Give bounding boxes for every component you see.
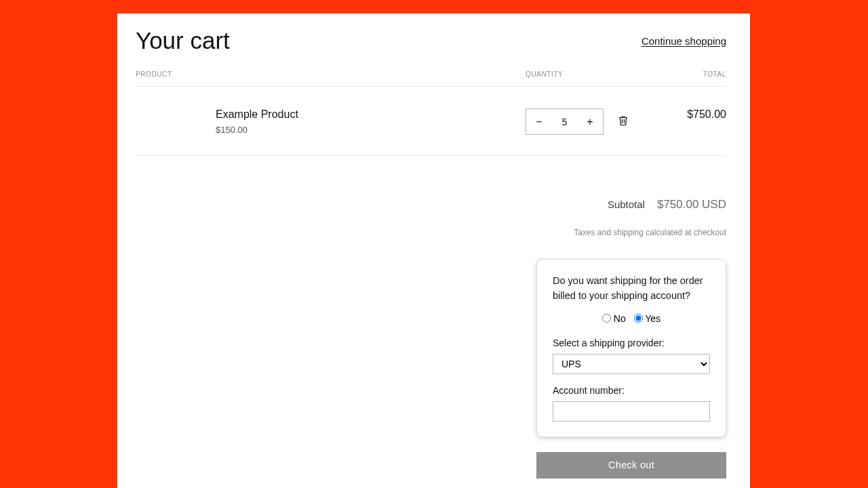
quantity-value: 5 — [562, 117, 568, 127]
cart-table-header: PRODUCT QUANTITY TOTAL — [136, 70, 726, 87]
shipping-provider-select[interactable]: UPS — [553, 354, 710, 374]
remove-item-button[interactable] — [618, 115, 628, 129]
shipping-option-yes[interactable]: Yes — [634, 313, 660, 324]
product-info: Example Product $150.00 — [136, 108, 526, 135]
shipping-account-card: Do you want shipping for the order bille… — [536, 259, 726, 437]
provider-label: Select a shipping provider: — [553, 338, 710, 348]
checkout-button[interactable]: Check out — [536, 452, 726, 479]
continue-shopping-link[interactable]: Continue shopping — [642, 35, 726, 47]
page-title: Your cart — [136, 27, 230, 54]
provider-field-group: Select a shipping provider: UPS — [553, 338, 710, 374]
decrease-quantity-button[interactable]: − — [526, 109, 552, 134]
shipping-question: Do you want shipping for the order bille… — [553, 273, 710, 304]
trash-icon — [618, 115, 628, 126]
quantity-stepper: − 5 + — [526, 108, 604, 135]
line-total: $750.00 — [648, 108, 726, 121]
header-row: Your cart Continue shopping — [136, 27, 726, 54]
quantity-cell: − 5 + — [526, 108, 648, 135]
shipping-option-yes-label: Yes — [645, 313, 660, 324]
col-header-product: PRODUCT — [136, 70, 526, 78]
cart-page: Your cart Continue shopping PRODUCT QUAN… — [117, 14, 750, 488]
subtotal-value: $750.00 USD — [657, 198, 726, 211]
account-number-label: Account number: — [553, 385, 710, 396]
shipping-radio-yes[interactable] — [634, 314, 643, 323]
product-name: Example Product — [216, 108, 526, 121]
col-header-total: TOTAL — [648, 70, 726, 78]
shipping-option-no[interactable]: No — [602, 313, 629, 324]
totals-section: Subtotal $750.00 USD Taxes and shipping … — [136, 198, 726, 479]
subtotal-row: Subtotal $750.00 USD — [136, 198, 726, 211]
col-header-quantity: QUANTITY — [526, 70, 648, 78]
shipping-radio-group: No Yes — [553, 313, 710, 324]
shipping-option-no-label: No — [614, 313, 626, 324]
tax-shipping-note: Taxes and shipping calculated at checkou… — [136, 228, 726, 237]
shipping-radio-no[interactable] — [602, 314, 611, 323]
product-unit-price: $150.00 — [216, 125, 526, 135]
account-number-input[interactable] — [553, 401, 710, 422]
cart-line-item: Example Product $150.00 − 5 + $750.00 — [136, 87, 726, 156]
subtotal-label: Subtotal — [608, 199, 645, 210]
account-field-group: Account number: — [553, 385, 710, 422]
increase-quantity-button[interactable]: + — [577, 109, 603, 134]
